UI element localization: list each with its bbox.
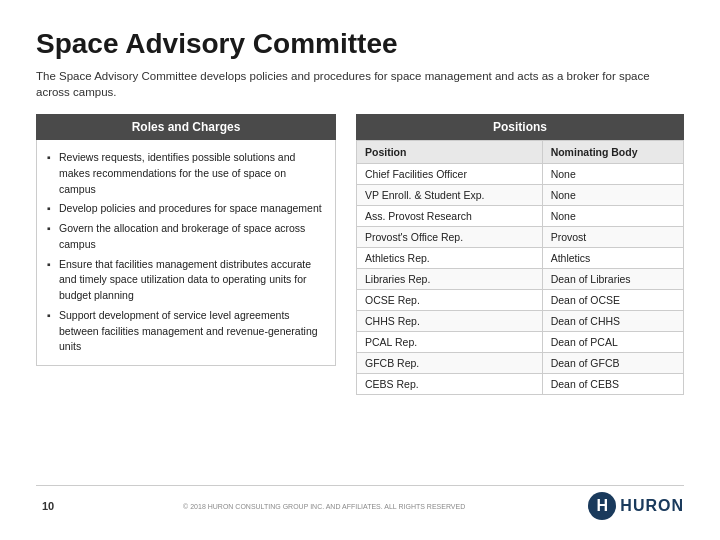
position-cell: CHHS Rep. [357, 311, 543, 332]
position-cell: Libraries Rep. [357, 269, 543, 290]
body-cell: Dean of GFCB [542, 353, 683, 374]
list-item: Support development of service level agr… [47, 306, 325, 357]
position-cell: PCAL Rep. [357, 332, 543, 353]
list-item: Ensure that facilities management distri… [47, 255, 325, 306]
list-item: Reviews requests, identifies possible so… [47, 148, 325, 199]
table-row: CEBS Rep.Dean of CEBS [357, 374, 684, 395]
position-cell: Provost's Office Rep. [357, 227, 543, 248]
body-cell: Dean of Libraries [542, 269, 683, 290]
body-cell: None [542, 185, 683, 206]
huron-h-letter: H [597, 497, 609, 515]
roles-header: Roles and Charges [36, 114, 336, 140]
page-number: 10 [36, 500, 60, 512]
table-row: CHHS Rep.Dean of CHHS [357, 311, 684, 332]
table-row: Athletics Rep.Athletics [357, 248, 684, 269]
table-row: OCSE Rep.Dean of OCSE [357, 290, 684, 311]
roles-items: Reviews requests, identifies possible so… [47, 148, 325, 357]
positions-body: Chief Facilities OfficerNoneVP Enroll. &… [357, 164, 684, 395]
body-cell: Dean of CHHS [542, 311, 683, 332]
col-body: Nominating Body [542, 141, 683, 164]
position-cell: VP Enroll. & Student Exp. [357, 185, 543, 206]
list-item: Govern the allocation and brokerage of s… [47, 219, 325, 255]
table-row: Libraries Rep.Dean of Libraries [357, 269, 684, 290]
body-cell: Dean of PCAL [542, 332, 683, 353]
position-cell: Chief Facilities Officer [357, 164, 543, 185]
huron-logo-icon: H [588, 492, 616, 520]
table-row: GFCB Rep.Dean of GFCB [357, 353, 684, 374]
positions-table: Position Nominating Body Chief Facilitie… [356, 140, 684, 395]
copyright: © 2018 HURON CONSULTING GROUP INC. AND A… [60, 503, 588, 510]
page-subtitle: The Space Advisory Committee develops po… [36, 68, 684, 100]
left-column: Roles and Charges Reviews requests, iden… [36, 114, 336, 475]
table-row: PCAL Rep.Dean of PCAL [357, 332, 684, 353]
position-cell: Ass. Provost Research [357, 206, 543, 227]
page-container: Space Advisory Committee The Space Advis… [0, 0, 720, 540]
table-row: Provost's Office Rep.Provost [357, 227, 684, 248]
position-cell: GFCB Rep. [357, 353, 543, 374]
footer: 10 © 2018 HURON CONSULTING GROUP INC. AN… [36, 485, 684, 520]
position-cell: OCSE Rep. [357, 290, 543, 311]
table-row: Ass. Provost ResearchNone [357, 206, 684, 227]
body-cell: Athletics [542, 248, 683, 269]
content-row: Roles and Charges Reviews requests, iden… [36, 114, 684, 475]
position-cell: Athletics Rep. [357, 248, 543, 269]
list-item: Develop policies and procedures for spac… [47, 199, 325, 219]
body-cell: None [542, 206, 683, 227]
roles-list: Reviews requests, identifies possible so… [36, 140, 336, 366]
position-cell: CEBS Rep. [357, 374, 543, 395]
positions-header: Positions [356, 114, 684, 140]
page-title: Space Advisory Committee [36, 28, 684, 60]
body-cell: Dean of CEBS [542, 374, 683, 395]
body-cell: Dean of OCSE [542, 290, 683, 311]
table-row: Chief Facilities OfficerNone [357, 164, 684, 185]
right-column: Positions Position Nominating Body Chief… [356, 114, 684, 475]
body-cell: Provost [542, 227, 683, 248]
col-position: Position [357, 141, 543, 164]
huron-logo-text: HURON [620, 497, 684, 515]
table-row: VP Enroll. & Student Exp.None [357, 185, 684, 206]
huron-logo: H HURON [588, 492, 684, 520]
body-cell: None [542, 164, 683, 185]
